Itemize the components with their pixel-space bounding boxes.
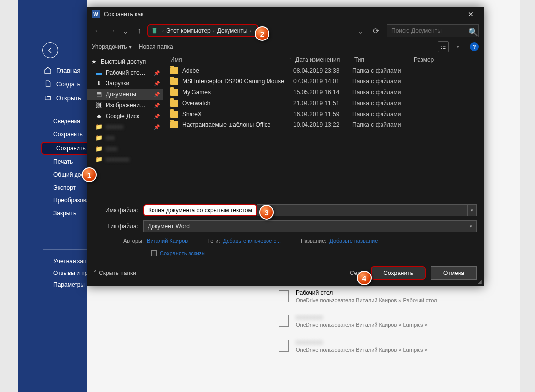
list-item[interactable]: xxxxxxxxOneDrive пользователя Виталий Ка…: [279, 314, 496, 336]
folder-icon: [170, 78, 178, 85]
tree-item-downloads[interactable]: ⬇Загрузки📌: [87, 78, 163, 89]
list-item[interactable]: xxxxxxxxOneDrive пользователя Виталий Ка…: [279, 339, 496, 360]
view-mode-button[interactable]: [438, 41, 449, 52]
chevron-up-icon: ˄: [94, 270, 97, 276]
sidebar-label: Главная: [56, 67, 80, 74]
hide-folders-button[interactable]: ˄Скрыть папки: [94, 270, 136, 276]
home-icon: [43, 66, 52, 75]
filename-input[interactable]: Копия документа со скрытым текстом: [143, 204, 257, 216]
step-badge-1: 1: [82, 167, 97, 182]
column-type[interactable]: Тип: [354, 56, 414, 63]
folder-icon: 📁: [95, 134, 103, 142]
search-input[interactable]: [390, 27, 468, 35]
filetype-select[interactable]: Документ Word ▾: [143, 220, 477, 232]
authors-value[interactable]: Виталий Каиров: [147, 238, 188, 244]
tags-value[interactable]: Добавьте ключевое с...: [223, 238, 281, 244]
tree-item-documents[interactable]: ▤Документы📌: [87, 89, 163, 100]
address-bar: ← → ⌄ ↑ › Этот компьютер › Документы › ⌄…: [87, 22, 484, 39]
step-badge-4: 4: [357, 271, 372, 285]
folder-icon: [279, 290, 289, 302]
file-date: 07.04.2019 14:01: [293, 78, 352, 85]
pin-icon: 📌: [154, 114, 160, 119]
column-headers[interactable]: Имя ˄ Дата изменения Тип Размер: [163, 54, 484, 65]
folder-icon: [170, 89, 178, 96]
arrow-left-icon: [46, 46, 54, 54]
chevron-right-icon: ›: [162, 28, 164, 33]
recent-title: Рабочий стол: [296, 289, 437, 296]
folder-tree: ★Быстрый доступ ▬Рабочий сто…📌 ⬇Загрузки…: [87, 54, 163, 199]
nav-up-button[interactable]: ↑: [133, 25, 145, 37]
table-row[interactable]: MSI Interceptor DS200 Gaming Mouse07.04.…: [163, 76, 484, 87]
file-name: Настраиваемые шаблоны Office: [182, 121, 293, 128]
nav-back-button[interactable]: ←: [92, 25, 104, 37]
tree-item-pictures[interactable]: 🖼Изображени…📌: [87, 100, 163, 111]
folder-icon: 📁: [95, 145, 103, 153]
recent-path: OneDrive пользователя Виталий Каиров » Р…: [296, 297, 437, 303]
pin-icon: 📌: [154, 124, 160, 130]
cancel-button[interactable]: Отмена: [431, 266, 477, 280]
folder-icon: [170, 111, 178, 118]
tree-item-desktop[interactable]: ▬Рабочий сто…📌: [87, 67, 163, 78]
tree-item[interactable]: 📁xxxxxxxx: [87, 154, 163, 165]
tree-item-gdrive[interactable]: ◆Google Диск📌: [87, 111, 163, 121]
tree-item[interactable]: 📁xxx: [87, 132, 163, 143]
sidebar-label: Открыть: [56, 94, 81, 102]
breadcrumb[interactable]: › Этот компьютер › Документы ›: [147, 24, 258, 37]
close-button[interactable]: ✕: [463, 8, 479, 20]
organize-button[interactable]: Упорядочить ▾: [92, 43, 132, 50]
save-button[interactable]: Сохранить: [371, 266, 426, 280]
dialog-toolbar: Упорядочить ▾ Новая папка ▾ ?: [87, 39, 484, 54]
new-folder-button[interactable]: Новая папка: [139, 43, 173, 50]
recent-title: xxxxxxxx: [296, 339, 428, 346]
table-row[interactable]: My Games15.05.2019 16:14Папка с файлами: [163, 87, 484, 98]
file-type: Папка с файлами: [352, 67, 412, 74]
search-icon: 🔍: [468, 27, 475, 34]
word-icon: W: [92, 10, 100, 18]
column-size[interactable]: Размер: [414, 56, 484, 63]
file-date: 10.04.2019 13:22: [293, 121, 352, 128]
sidebar-label: Создать: [56, 80, 80, 88]
column-date[interactable]: Дата изменения: [295, 56, 354, 63]
file-list: Имя ˄ Дата изменения Тип Размер Adobe08.…: [163, 54, 484, 199]
list-item[interactable]: Рабочий столOneDrive пользователя Витали…: [279, 289, 496, 311]
file-icon: [43, 79, 52, 88]
tree-item[interactable]: 📁xxxx: [87, 143, 163, 154]
breadcrumb-segment[interactable]: Этот компьютер: [166, 27, 211, 34]
tree-item-quick-access[interactable]: ★Быстрый доступ: [87, 56, 163, 67]
chevron-down-icon[interactable]: ▾: [468, 204, 477, 216]
title-value[interactable]: Добавьте название: [329, 238, 378, 244]
chevron-right-icon: ›: [250, 28, 252, 33]
breadcrumb-segment[interactable]: Документы: [217, 27, 248, 34]
refresh-button[interactable]: ⟳: [370, 25, 381, 36]
table-row[interactable]: Adobe08.04.2019 23:33Папка с файлами: [163, 65, 484, 76]
chevron-down-icon[interactable]: ▾: [457, 44, 459, 49]
back-button[interactable]: [42, 42, 58, 58]
save-thumbnail-label: Сохранять эскизы: [160, 250, 206, 256]
folder-icon: 📁: [95, 156, 103, 163]
save-as-dialog: W Сохранить как ✕ ← → ⌄ ↑ › Этот компьют…: [87, 7, 484, 286]
column-name[interactable]: Имя: [163, 56, 289, 63]
dialog-title: Сохранить как: [104, 11, 143, 18]
dialog-titlebar[interactable]: W Сохранить как ✕: [87, 7, 484, 22]
file-type: Папка с файлами: [352, 89, 412, 96]
table-row[interactable]: Overwatch21.04.2019 11:51Папка с файлами: [163, 98, 484, 109]
nav-history-button[interactable]: ⌄: [119, 25, 131, 37]
pin-icon: 📌: [154, 81, 160, 86]
file-date: 16.04.2019 11:59: [293, 111, 352, 118]
nav-forward-button[interactable]: →: [106, 25, 117, 37]
chevron-right-icon: ›: [213, 28, 215, 33]
table-row[interactable]: Настраиваемые шаблоны Office10.04.2019 1…: [163, 119, 484, 130]
table-row[interactable]: ShareX16.04.2019 11:59Папка с файлами: [163, 109, 484, 119]
document-icon: [151, 27, 158, 34]
folder-icon: [170, 100, 178, 107]
tags-label: Теги:: [207, 238, 220, 244]
search-box[interactable]: 🔍: [387, 24, 479, 37]
folder-open-icon: [43, 93, 52, 102]
tree-item[interactable]: 📁xxxxxx📌: [87, 121, 163, 132]
save-thumbnail-checkbox[interactable]: [151, 250, 157, 256]
resize-grip-icon[interactable]: ◢: [478, 279, 482, 284]
filetype-label: Тип файла:: [94, 223, 143, 230]
chevron-down-icon[interactable]: ⌄: [354, 25, 366, 37]
file-name: ShareX: [182, 111, 293, 118]
help-button[interactable]: ?: [470, 42, 479, 51]
